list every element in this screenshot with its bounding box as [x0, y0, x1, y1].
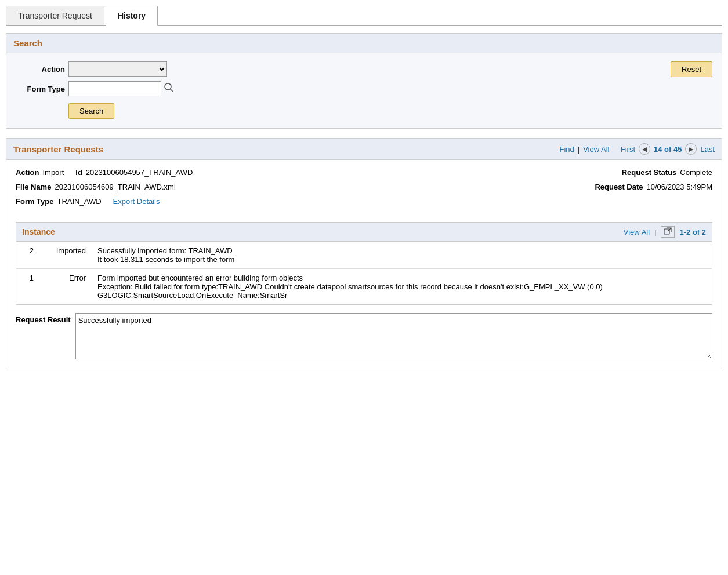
find-link[interactable]: Find	[560, 145, 574, 154]
file-name-value: 20231006054609_TRAIN_AWD.xml	[55, 183, 175, 191]
results-header: Transporter Requests Find | View All Fir…	[6, 139, 722, 160]
instance-table: 2 Imported Sucessfully imported form: TR…	[16, 242, 712, 304]
request-result-textarea[interactable]	[75, 313, 712, 359]
request-status-label: Request Status	[622, 168, 677, 177]
instance-nav: View All | 1-2 of 2	[624, 226, 706, 238]
form-type-field-label: Form Type	[16, 197, 54, 206]
pagination-count: 14 of 45	[654, 145, 682, 154]
reset-button[interactable]: Reset	[671, 61, 712, 77]
request-status-field: Request Status Complete	[622, 168, 712, 177]
request-date-field: Request Date 10/06/2023 5:49PM	[595, 183, 712, 191]
results-section: Transporter Requests Find | View All Fir…	[6, 138, 722, 369]
instance-num-1: 1	[16, 269, 39, 305]
action-label: Action	[16, 65, 65, 74]
form-type-row: Form Type	[16, 81, 712, 96]
instance-view-all-link[interactable]: View All	[624, 228, 650, 236]
form-type-input[interactable]	[68, 81, 161, 96]
results-title: Transporter Requests	[13, 144, 560, 154]
action-field: Action Import	[16, 168, 64, 177]
view-all-link[interactable]: View All	[583, 145, 609, 154]
first-link[interactable]: First	[621, 145, 635, 154]
request-date-value: 10/06/2023 5:49PM	[647, 183, 712, 191]
last-link[interactable]: Last	[700, 145, 715, 154]
instance-row-1: 2 Imported Sucessfully imported form: TR…	[16, 242, 712, 269]
search-section-title: Search	[6, 34, 722, 53]
search-section: Search Reset Action Import Export Form T…	[6, 33, 722, 129]
instance-title: Instance	[22, 227, 624, 236]
action-field-label: Action	[16, 168, 39, 177]
request-result-label: Request Result	[16, 313, 71, 324]
id-field-value: 20231006054957_TRAIN_AWD	[86, 168, 193, 177]
instance-message-1: Form imported but encountered an error b…	[92, 269, 712, 305]
results-nav: Find | View All First ◀ 14 of 45 ▶ Last	[560, 143, 715, 155]
instance-status-1: Error	[39, 269, 92, 305]
request-result-row: Request Result	[6, 313, 722, 369]
instance-section: Instance View All | 1-2 of 2 2 Import	[16, 222, 712, 305]
tab-history[interactable]: History	[106, 6, 158, 26]
tab-transporter-request[interactable]: Transporter Request	[6, 6, 104, 25]
new-window-icon	[664, 227, 672, 235]
form-type-label: Form Type	[16, 85, 65, 93]
form-type-search-icon-btn[interactable]	[161, 81, 176, 96]
svg-line-1	[171, 89, 173, 92]
record-row-1: Action Import Id 20231006054957_TRAIN_AW…	[16, 168, 712, 177]
instance-num-2: 2	[16, 242, 39, 269]
action-select[interactable]: Import Export	[68, 61, 167, 77]
form-type-field: Form Type TRAIN_AWD	[16, 197, 102, 206]
nav-separator: |	[578, 145, 579, 154]
record-body: Action Import Id 20231006054957_TRAIN_AW…	[6, 160, 722, 220]
request-date-label: Request Date	[595, 183, 643, 191]
request-status-value: Complete	[680, 168, 712, 177]
action-field-value: Import	[42, 168, 64, 177]
form-type-field-value: TRAIN_AWD	[57, 197, 102, 206]
instance-count: 1-2 of 2	[679, 228, 706, 236]
action-row: Action Import Export	[16, 61, 712, 77]
file-name-label: File Name	[16, 183, 51, 191]
magnifier-icon	[164, 82, 174, 93]
export-details-link[interactable]: Export Details	[113, 197, 160, 206]
instance-header: Instance View All | 1-2 of 2	[16, 223, 712, 242]
tab-bar: Transporter Request History	[6, 6, 722, 26]
new-window-button[interactable]	[661, 226, 675, 238]
id-field-label: Id	[75, 168, 82, 177]
file-name-field: File Name 20231006054609_TRAIN_AWD.xml	[16, 183, 176, 191]
next-page-button[interactable]: ▶	[685, 143, 697, 155]
svg-rect-2	[664, 229, 669, 234]
id-field: Id 20231006054957_TRAIN_AWD	[75, 168, 193, 177]
instance-status-2: Imported	[39, 242, 92, 269]
instance-nav-separator: |	[654, 228, 656, 236]
instance-message-2: Sucessfully imported form: TRAIN_AWDIt t…	[92, 242, 712, 269]
search-body: Reset Action Import Export Form Type Sea…	[6, 53, 722, 128]
search-button[interactable]: Search	[68, 103, 114, 119]
instance-row-2: 1 Error Form imported but encountered an…	[16, 269, 712, 305]
prev-page-button[interactable]: ◀	[639, 143, 650, 155]
record-row-2: File Name 20231006054609_TRAIN_AWD.xml R…	[16, 183, 712, 191]
svg-point-0	[165, 83, 171, 90]
record-row-3: Form Type TRAIN_AWD Export Details	[16, 197, 712, 206]
